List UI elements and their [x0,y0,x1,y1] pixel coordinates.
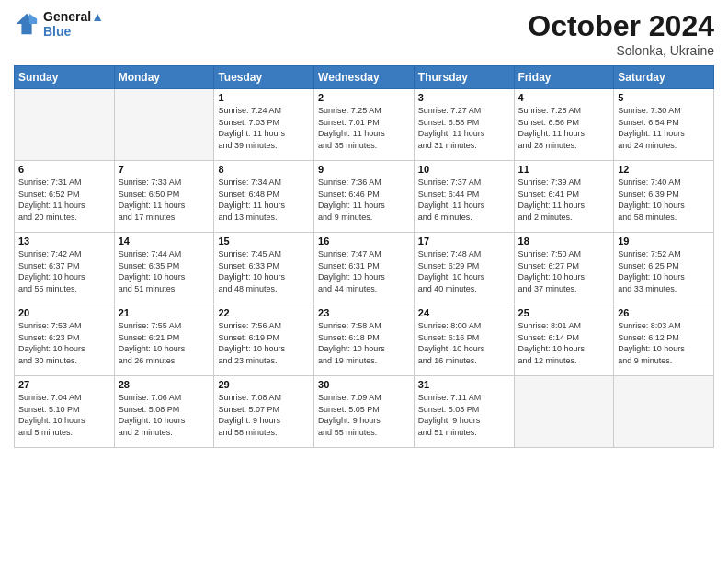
day-info: Sunrise: 7:40 AM Sunset: 6:39 PM Dayligh… [618,177,710,223]
day-info: Sunrise: 7:34 AM Sunset: 6:48 PM Dayligh… [218,177,310,223]
day-info: Sunrise: 7:31 AM Sunset: 6:52 PM Dayligh… [18,177,110,223]
day-number: 3 [418,92,510,103]
day-info: Sunrise: 7:48 AM Sunset: 6:29 PM Dayligh… [418,248,510,294]
day-info: Sunrise: 7:53 AM Sunset: 6:23 PM Dayligh… [18,320,110,366]
day-number: 29 [218,379,310,390]
calendar-cell: 17Sunrise: 7:48 AM Sunset: 6:29 PM Dayli… [414,233,514,304]
logo-icon [14,11,40,37]
day-info: Sunrise: 7:28 AM Sunset: 6:56 PM Dayligh… [518,105,610,151]
calendar-cell: 20Sunrise: 7:53 AM Sunset: 6:23 PM Dayli… [15,304,115,376]
day-number: 6 [18,164,110,175]
day-info: Sunrise: 7:33 AM Sunset: 6:50 PM Dayligh… [119,177,210,223]
calendar-cell: 21Sunrise: 7:55 AM Sunset: 6:21 PM Dayli… [114,304,214,376]
day-number: 2 [318,92,410,103]
day-number: 24 [418,307,510,318]
day-info: Sunrise: 7:50 AM Sunset: 6:27 PM Dayligh… [518,248,610,294]
day-info: Sunrise: 7:27 AM Sunset: 6:58 PM Dayligh… [418,105,510,151]
calendar-cell: 6Sunrise: 7:31 AM Sunset: 6:52 PM Daylig… [15,161,115,233]
calendar-cell: 10Sunrise: 7:37 AM Sunset: 6:44 PM Dayli… [414,161,514,233]
day-info: Sunrise: 7:36 AM Sunset: 6:46 PM Dayligh… [318,177,410,223]
weekday-tuesday: Tuesday [214,66,314,89]
day-number: 23 [318,307,410,318]
calendar-cell: 23Sunrise: 7:58 AM Sunset: 6:18 PM Dayli… [314,304,415,376]
day-number: 20 [18,307,110,318]
day-info: Sunrise: 7:25 AM Sunset: 7:01 PM Dayligh… [318,105,410,151]
calendar-cell [614,376,714,448]
day-number: 8 [218,164,310,175]
day-info: Sunrise: 7:11 AM Sunset: 5:03 PM Dayligh… [418,392,510,438]
location: Solonka, Ukraine [528,43,714,58]
calendar-cell: 30Sunrise: 7:09 AM Sunset: 5:05 PM Dayli… [314,376,415,448]
day-info: Sunrise: 7:04 AM Sunset: 5:10 PM Dayligh… [18,392,110,438]
calendar-cell: 13Sunrise: 7:42 AM Sunset: 6:37 PM Dayli… [15,233,115,304]
calendar-cell: 1Sunrise: 7:24 AM Sunset: 7:03 PM Daylig… [214,89,314,161]
svg-marker-1 [29,14,37,24]
page: General▲ Blue October 2024 Solonka, Ukra… [0,0,728,563]
day-info: Sunrise: 8:01 AM Sunset: 6:14 PM Dayligh… [518,320,610,366]
day-number: 15 [218,236,310,247]
week-row-3: 13Sunrise: 7:42 AM Sunset: 6:37 PM Dayli… [15,233,714,304]
day-number: 7 [119,164,210,175]
calendar-cell: 5Sunrise: 7:30 AM Sunset: 6:54 PM Daylig… [614,89,714,161]
day-number: 27 [18,379,110,390]
weekday-friday: Friday [514,66,614,89]
calendar-cell [514,376,614,448]
day-info: Sunrise: 7:08 AM Sunset: 5:07 PM Dayligh… [218,392,310,438]
day-info: Sunrise: 7:44 AM Sunset: 6:35 PM Dayligh… [119,248,210,294]
day-info: Sunrise: 7:37 AM Sunset: 6:44 PM Dayligh… [418,177,510,223]
day-info: Sunrise: 7:58 AM Sunset: 6:18 PM Dayligh… [318,320,410,366]
day-number: 9 [318,164,410,175]
day-number: 13 [18,236,110,247]
month-title: October 2024 [528,9,714,43]
week-row-2: 6Sunrise: 7:31 AM Sunset: 6:52 PM Daylig… [15,161,714,233]
calendar-cell: 16Sunrise: 7:47 AM Sunset: 6:31 PM Dayli… [314,233,415,304]
calendar-cell: 3Sunrise: 7:27 AM Sunset: 6:58 PM Daylig… [414,89,514,161]
day-number: 18 [518,236,610,247]
title-block: October 2024 Solonka, Ukraine [528,9,714,58]
header: General▲ Blue October 2024 Solonka, Ukra… [14,9,714,58]
day-number: 1 [218,92,310,103]
calendar-cell: 18Sunrise: 7:50 AM Sunset: 6:27 PM Dayli… [514,233,614,304]
day-number: 21 [119,307,210,318]
calendar-cell: 2Sunrise: 7:25 AM Sunset: 7:01 PM Daylig… [314,89,415,161]
day-number: 28 [119,379,210,390]
calendar-cell: 26Sunrise: 8:03 AM Sunset: 6:12 PM Dayli… [614,304,714,376]
calendar-cell [15,89,115,161]
calendar-cell: 15Sunrise: 7:45 AM Sunset: 6:33 PM Dayli… [214,233,314,304]
week-row-5: 27Sunrise: 7:04 AM Sunset: 5:10 PM Dayli… [15,376,714,448]
day-number: 11 [518,164,610,175]
weekday-wednesday: Wednesday [314,66,415,89]
day-info: Sunrise: 7:42 AM Sunset: 6:37 PM Dayligh… [18,248,110,294]
day-info: Sunrise: 8:00 AM Sunset: 6:16 PM Dayligh… [418,320,510,366]
day-info: Sunrise: 7:55 AM Sunset: 6:21 PM Dayligh… [119,320,210,366]
calendar-cell: 12Sunrise: 7:40 AM Sunset: 6:39 PM Dayli… [614,161,714,233]
logo-text: General▲ Blue [43,9,104,39]
calendar-cell: 31Sunrise: 7:11 AM Sunset: 5:03 PM Dayli… [414,376,514,448]
day-info: Sunrise: 7:30 AM Sunset: 6:54 PM Dayligh… [618,105,710,151]
calendar-cell: 4Sunrise: 7:28 AM Sunset: 6:56 PM Daylig… [514,89,614,161]
calendar-cell: 28Sunrise: 7:06 AM Sunset: 5:08 PM Dayli… [114,376,214,448]
calendar-table: SundayMondayTuesdayWednesdayThursdayFrid… [14,65,714,448]
calendar-cell [114,89,214,161]
weekday-header-row: SundayMondayTuesdayWednesdayThursdayFrid… [15,66,714,89]
day-number: 4 [518,92,610,103]
day-info: Sunrise: 7:39 AM Sunset: 6:41 PM Dayligh… [518,177,610,223]
week-row-1: 1Sunrise: 7:24 AM Sunset: 7:03 PM Daylig… [15,89,714,161]
calendar-cell: 7Sunrise: 7:33 AM Sunset: 6:50 PM Daylig… [114,161,214,233]
day-number: 19 [618,236,710,247]
calendar-cell: 9Sunrise: 7:36 AM Sunset: 6:46 PM Daylig… [314,161,415,233]
day-number: 16 [318,236,410,247]
day-number: 10 [418,164,510,175]
calendar-cell: 11Sunrise: 7:39 AM Sunset: 6:41 PM Dayli… [514,161,614,233]
day-info: Sunrise: 8:03 AM Sunset: 6:12 PM Dayligh… [618,320,710,366]
day-number: 14 [119,236,210,247]
logo: General▲ Blue [14,9,104,39]
day-number: 31 [418,379,510,390]
day-number: 26 [618,307,710,318]
weekday-thursday: Thursday [414,66,514,89]
calendar-cell: 19Sunrise: 7:52 AM Sunset: 6:25 PM Dayli… [614,233,714,304]
calendar-cell: 27Sunrise: 7:04 AM Sunset: 5:10 PM Dayli… [15,376,115,448]
day-info: Sunrise: 7:24 AM Sunset: 7:03 PM Dayligh… [218,105,310,151]
calendar-cell: 8Sunrise: 7:34 AM Sunset: 6:48 PM Daylig… [214,161,314,233]
day-info: Sunrise: 7:52 AM Sunset: 6:25 PM Dayligh… [618,248,710,294]
